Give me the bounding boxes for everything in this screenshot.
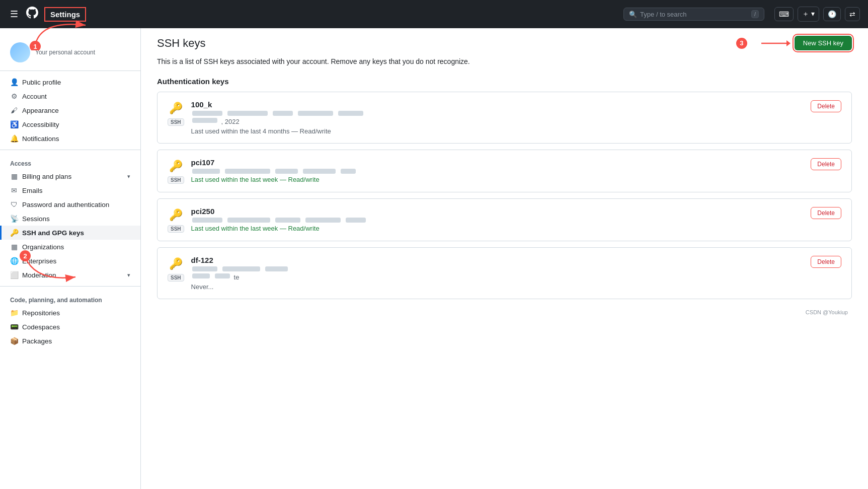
billing-icon: ▦ <box>10 172 18 180</box>
new-item-button[interactable]: ＋ ▾ <box>798 7 819 22</box>
key-actions-2: Delete <box>811 207 841 219</box>
auth-keys-title: Authentication keys <box>157 77 852 86</box>
ssh-badge-0: SSH <box>168 118 184 126</box>
sidebar-label-password: Password and authentication <box>22 201 130 208</box>
key-name-2: pci250 <box>191 207 804 216</box>
top-navigation: ☰ Settings 🔍 Type / to search / ⌨ ＋ ▾ 🕐 … <box>0 0 868 28</box>
sidebar-label-account: Account <box>22 93 130 100</box>
moderation-icon: ⬜ <box>10 271 18 279</box>
sidebar-label-accessibility: Accessibility <box>22 121 130 128</box>
key-name-3: df-122 <box>191 256 804 264</box>
ssh-key-card-0: 🔑 SSH 100_k , 2022 Last used within the … <box>157 92 852 144</box>
sidebar-item-public-profile[interactable]: 👤 Public profile <box>0 75 140 89</box>
hamburger-icon[interactable]: ☰ <box>8 7 20 22</box>
sidebar-label-ssh-gpg: SSH and GPG keys <box>22 229 130 237</box>
key-hash-2 <box>191 218 804 223</box>
key-hash-0 <box>191 111 804 116</box>
sidebar-item-emails[interactable]: ✉ Emails <box>0 183 140 197</box>
key-info-3: df-122 te Never... <box>191 256 804 291</box>
key-actions-1: Delete <box>811 158 841 170</box>
key-icon-wrap-3: 🔑 SSH <box>168 256 184 282</box>
sidebar-item-account[interactable]: ⚙ Account <box>0 89 140 103</box>
delete-key-button-3[interactable]: Delete <box>811 256 841 268</box>
user-icon: 👤 <box>10 78 18 86</box>
new-ssh-key-button[interactable]: New SSH key <box>795 36 852 50</box>
sidebar-label-public-profile: Public profile <box>22 79 130 86</box>
sidebar-item-organizations[interactable]: ▦ Organizations <box>0 240 140 254</box>
access-section-label: Access <box>0 154 140 169</box>
key-icon-wrap-0: 🔑 SSH <box>168 100 184 126</box>
ssh-key-card-3: 🔑 SSH df-122 te Never... Delete <box>157 247 852 299</box>
globe-icon: 🌐 <box>10 257 18 265</box>
search-keyboard-shortcut: / <box>751 10 759 18</box>
terminal-button[interactable]: ⌨ <box>774 7 794 21</box>
delete-key-button-1[interactable]: Delete <box>811 158 841 170</box>
code-section-label: Code, planning, and automation <box>0 291 140 306</box>
key-icon-3: 🔑 <box>168 256 184 272</box>
ssh-key-card-2: 🔑 SSH pci250 Last used within the last w… <box>157 198 852 241</box>
chevron-down-icon: ▾ <box>127 173 130 180</box>
sidebar-label-billing: Billing and plans <box>22 173 123 180</box>
sidebar-item-accessibility[interactable]: ♿ Accessibility <box>0 117 140 131</box>
github-logo[interactable] <box>26 7 38 22</box>
accessibility-icon: ♿ <box>10 120 18 128</box>
key-meta-2: Last used within the last week — Read/wr… <box>191 225 804 232</box>
global-search[interactable]: 🔍 Type / to search / <box>623 8 764 21</box>
chevron-down-icon-moderation: ▾ <box>127 272 130 278</box>
repo-icon: 📁 <box>10 309 18 317</box>
sidebar-item-notifications[interactable]: 🔔 Notifications <box>0 131 140 146</box>
main-content: Go to your personal profile SSH keys 3 N… <box>141 0 868 327</box>
sidebar-item-password[interactable]: 🛡 Password and authentication <box>0 197 140 212</box>
notifications-button[interactable]: 🕐 <box>823 7 841 21</box>
sidebar-label-enterprises: Enterprises <box>22 257 130 265</box>
key-actions-3: Delete <box>811 256 841 268</box>
key-actions-0: Delete <box>811 100 841 112</box>
key-meta-0: Last used within the last 4 months — Rea… <box>191 127 804 135</box>
key-icon: 🔑 <box>10 229 18 237</box>
shield-icon: 🛡 <box>10 200 18 208</box>
key-hash-1 <box>191 169 804 174</box>
key-info-2: pci250 Last used within the last week — … <box>191 207 804 232</box>
key-name-0: 100_k <box>191 100 804 109</box>
sidebar-label-notifications: Notifications <box>22 135 130 143</box>
sidebar-item-enterprises[interactable]: 🌐 Enterprises <box>0 254 140 268</box>
sidebar-item-appearance[interactable]: 🖌 Appearance <box>0 103 140 117</box>
sessions-icon: 📡 <box>10 215 18 223</box>
sidebar-label-sessions: Sessions <box>22 215 130 223</box>
sidebar-item-codespaces[interactable]: 📟 Codespaces <box>0 320 140 327</box>
settings-sidebar: Your personal account 👤 Public profile ⚙… <box>0 28 141 327</box>
key-date-0: , 2022 <box>191 118 804 125</box>
delete-key-button-0[interactable]: Delete <box>811 100 841 112</box>
sidebar-item-sessions[interactable]: 📡 Sessions <box>0 212 140 226</box>
ssh-header: SSH keys 3 New SSH key <box>157 36 852 50</box>
ssh-description: This is a list of SSH keys associated wi… <box>157 56 852 67</box>
key-meta-3: Never... <box>191 283 804 291</box>
key-icon-2: 🔑 <box>168 207 184 223</box>
ssh-badge-2: SSH <box>168 225 184 233</box>
appearance-icon: 🖌 <box>10 106 18 114</box>
new-ssh-btn-wrapper: 3 New SSH key <box>795 36 852 50</box>
ssh-key-card-1: 🔑 SSH pci107 Last used within the last w… <box>157 150 852 192</box>
sidebar-item-moderation[interactable]: ⬜ Moderation ▾ <box>0 268 140 282</box>
settings-title[interactable]: Settings <box>44 7 86 22</box>
key-name-1: pci107 <box>191 158 804 167</box>
sidebar-label-emails: Emails <box>22 187 130 194</box>
delete-key-button-2[interactable]: Delete <box>811 207 841 219</box>
ssh-badge-1: SSH <box>168 176 184 184</box>
footer-text: CSDN @Youkiup <box>157 309 852 315</box>
sidebar-label-appearance: Appearance <box>22 107 130 114</box>
sidebar-item-billing[interactable]: ▦ Billing and plans ▾ <box>0 169 140 183</box>
sidebar-item-repositories[interactable]: 📁 Repositories <box>0 306 140 320</box>
pull-requests-button[interactable]: ⇄ <box>845 7 860 21</box>
sidebar-label-codespaces: Codespaces <box>22 323 130 328</box>
codespaces-icon: 📟 <box>10 323 18 327</box>
search-icon: 🔍 <box>629 11 637 18</box>
annotation-3: 3 <box>736 37 791 49</box>
ssh-badge-3: SSH <box>168 274 184 282</box>
key-icon-wrap-1: 🔑 SSH <box>168 158 184 184</box>
organizations-icon: ▦ <box>10 243 18 251</box>
profile-account-label: Your personal account <box>35 49 95 56</box>
key-icon-0: 🔑 <box>168 100 184 116</box>
sidebar-item-ssh-gpg[interactable]: 🔑 SSH and GPG keys <box>0 226 140 240</box>
search-placeholder: Type / to search <box>640 11 748 18</box>
